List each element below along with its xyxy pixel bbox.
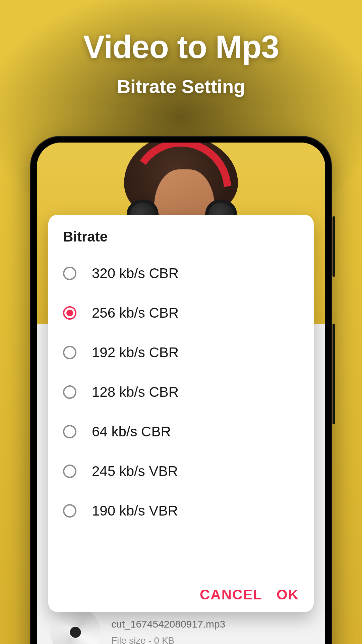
- radio-icon: [63, 465, 76, 478]
- file-name: cut_1674542080917.mp3: [111, 619, 225, 630]
- disc-icon: [50, 607, 101, 644]
- option-label: 192 kb/s CBR: [92, 344, 179, 361]
- dialog-title: Bitrate: [63, 229, 299, 245]
- bitrate-option-320[interactable]: 320 kb/s CBR: [63, 254, 299, 293]
- file-meta: cut_1674542080917.mp3 File size - 0 KB: [111, 619, 225, 644]
- phone-screen: cut_1674542080917.mp3 File size - 0 KB B…: [37, 143, 325, 644]
- bitrate-option-190v[interactable]: 190 kb/s VBR: [63, 491, 299, 531]
- bitrate-dialog: Bitrate 320 kb/s CBR 256 kb/s CBR 192 kb…: [48, 215, 314, 612]
- option-label: 256 kb/s CBR: [92, 305, 179, 321]
- radio-icon: [63, 385, 76, 399]
- option-label: 190 kb/s VBR: [92, 503, 178, 519]
- app-store-screenshot: Video to Mp3 Bitrate Setting: [0, 0, 362, 644]
- option-label: 64 kb/s CBR: [92, 424, 171, 440]
- bitrate-option-128[interactable]: 128 kb/s CBR: [63, 372, 299, 412]
- hero-title: Video to Mp3: [0, 29, 362, 65]
- phone-frame: cut_1674542080917.mp3 File size - 0 KB B…: [30, 136, 332, 644]
- bitrate-option-256[interactable]: 256 kb/s CBR: [63, 293, 299, 333]
- bitrate-options: 320 kb/s CBR 256 kb/s CBR 192 kb/s CBR 1…: [63, 254, 299, 581]
- option-label: 245 kb/s VBR: [92, 463, 178, 479]
- cancel-button[interactable]: CANCEL: [200, 587, 262, 603]
- radio-icon: [63, 306, 76, 320]
- dialog-actions: CANCEL OK: [63, 581, 299, 603]
- radio-icon: [63, 504, 76, 518]
- file-size: File size - 0 KB: [111, 635, 225, 644]
- hero: Video to Mp3 Bitrate Setting: [0, 29, 362, 97]
- bitrate-option-245v[interactable]: 245 kb/s VBR: [63, 451, 299, 491]
- bitrate-option-192[interactable]: 192 kb/s CBR: [63, 333, 299, 372]
- hero-subtitle: Bitrate Setting: [0, 75, 362, 97]
- radio-icon: [63, 425, 76, 438]
- radio-icon: [63, 267, 76, 280]
- bitrate-option-64[interactable]: 64 kb/s CBR: [63, 412, 299, 451]
- option-label: 320 kb/s CBR: [92, 265, 179, 281]
- ok-button[interactable]: OK: [277, 587, 299, 603]
- option-label: 128 kb/s CBR: [92, 384, 179, 400]
- radio-icon: [63, 346, 76, 359]
